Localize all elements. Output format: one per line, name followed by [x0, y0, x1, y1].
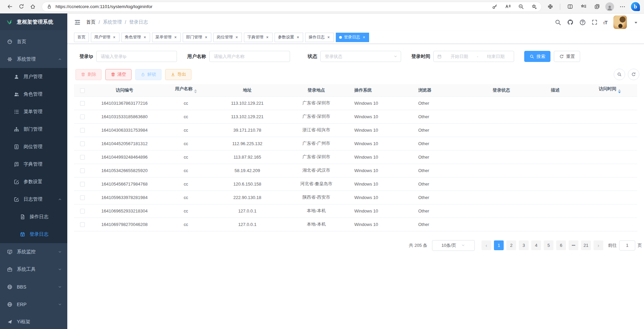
breadcrumb-item-system[interactable]: 系统管理	[103, 19, 122, 25]
sidebar-item-14[interactable]: BBS	[0, 278, 67, 296]
date-range-picker[interactable]: 开始日期 - 结束日期	[433, 51, 514, 62]
sidebar-item-6[interactable]: 岗位管理	[0, 138, 67, 156]
favorite-add-icon[interactable]	[531, 4, 537, 9]
sidebar-item-10[interactable]: 操作日志	[0, 208, 67, 226]
avatar-caret-icon[interactable]	[635, 22, 637, 25]
next-page-button[interactable]: ›	[594, 240, 603, 250]
prev-page-button[interactable]: ‹	[481, 240, 491, 250]
sidebar-item-0[interactable]: 首页	[0, 33, 67, 51]
page-button-6[interactable]: 6	[556, 240, 566, 250]
collections-icon[interactable]	[578, 1, 588, 12]
unlock-button[interactable]: 解锁	[135, 69, 162, 80]
search-icon[interactable]	[555, 19, 561, 26]
tab-close-icon[interactable]: ×	[362, 35, 366, 40]
export-button[interactable]: 导出	[165, 69, 191, 80]
sidebar-item-5[interactable]: 部门管理	[0, 121, 67, 138]
sidebar-item-12[interactable]: 系统监控	[0, 243, 67, 261]
tab-7[interactable]: 参数设置×	[275, 33, 303, 42]
row-checkbox[interactable]	[80, 209, 85, 213]
table-search-toggle-button[interactable]	[614, 69, 625, 80]
sidebar-item-3[interactable]: 角色管理	[0, 86, 67, 103]
tab-actions-icon[interactable]	[592, 1, 602, 12]
sidebar-item-16[interactable]: Yi框架	[0, 313, 67, 329]
user-avatar[interactable]	[613, 15, 627, 29]
row-checkbox[interactable]	[80, 141, 85, 146]
github-icon[interactable]	[567, 19, 574, 26]
search-button[interactable]: 搜索	[524, 51, 550, 62]
sidebar-toggle-icon[interactable]	[74, 19, 81, 26]
sidebar-item-2[interactable]: 用户管理	[0, 68, 67, 86]
page-size-select[interactable]: 10条/页	[432, 240, 475, 251]
breadcrumb-item-home[interactable]: 首页	[86, 19, 96, 25]
tab-close-icon[interactable]: ×	[296, 35, 300, 40]
row-checkbox[interactable]	[80, 168, 85, 173]
tab-9[interactable]: 登录日志×	[336, 33, 369, 42]
page-button-4[interactable]: 4	[531, 240, 541, 250]
column-header-1[interactable]: 用户名称	[158, 84, 214, 96]
sidebar-item-11[interactable]: 登录日志	[0, 226, 67, 243]
help-icon[interactable]	[579, 19, 586, 26]
home-icon[interactable]	[27, 1, 38, 12]
read-aloud-icon[interactable]	[505, 4, 511, 9]
sidebar-item-1[interactable]: 系统管理	[0, 51, 67, 68]
tab-close-icon[interactable]: ×	[112, 35, 116, 40]
page-button-5[interactable]: 5	[544, 240, 553, 250]
tab-close-icon[interactable]: ×	[204, 35, 208, 40]
fullscreen-icon[interactable]	[592, 19, 598, 25]
tab-close-icon[interactable]: ×	[265, 35, 269, 40]
tab-5[interactable]: 岗位管理×	[213, 33, 242, 42]
sidebar-item-15[interactable]: ERP	[0, 296, 67, 313]
sidebar-item-13[interactable]: 系统工具	[0, 261, 67, 278]
sidebar-item-4[interactable]: 菜单管理	[0, 103, 67, 121]
tab-close-icon[interactable]: ×	[327, 35, 330, 40]
page-button-2[interactable]: 2	[506, 240, 516, 250]
sidebar-item-9[interactable]: 日志管理	[0, 191, 67, 208]
tab-1[interactable]: 用户管理×	[91, 33, 119, 42]
row-checkbox[interactable]	[80, 155, 85, 160]
tab-0[interactable]: 首页	[74, 33, 89, 42]
address-bar[interactable]: https://ccnetcore.com:1101/system/log/lo…	[42, 2, 542, 12]
table-refresh-button[interactable]	[628, 69, 639, 80]
page-button-1[interactable]: 1	[494, 240, 504, 250]
login-ip-input[interactable]	[96, 51, 177, 62]
tab-6[interactable]: 字典管理×	[244, 33, 273, 42]
sidebar-item-7[interactable]: 字典管理	[0, 156, 67, 173]
select-all-checkbox[interactable]	[80, 88, 85, 93]
sidebar-item-8[interactable]: 参数设置	[0, 173, 67, 191]
zoom-out-icon[interactable]	[518, 4, 524, 9]
row-checkbox[interactable]	[80, 128, 85, 133]
row-checkbox[interactable]	[80, 114, 85, 119]
tab-3[interactable]: 菜单管理×	[152, 33, 181, 42]
delete-button[interactable]: 删除	[75, 69, 102, 80]
refresh-icon[interactable]	[15, 1, 27, 12]
tab-4[interactable]: 部门管理×	[183, 33, 211, 42]
clear-button[interactable]: 清空	[105, 69, 132, 80]
tab-close-icon[interactable]: ×	[143, 35, 147, 40]
goto-input[interactable]	[619, 240, 635, 251]
back-icon[interactable]	[4, 1, 15, 12]
status-select[interactable]: 登录状态	[320, 51, 401, 62]
extensions-icon[interactable]	[545, 1, 555, 12]
key-icon[interactable]	[492, 4, 498, 9]
row-checkbox[interactable]	[80, 195, 85, 200]
tab-2[interactable]: 角色管理×	[121, 33, 150, 42]
tab-close-icon[interactable]: ×	[174, 35, 177, 40]
page-button-3[interactable]: 3	[519, 240, 529, 250]
split-screen-icon[interactable]	[565, 1, 575, 12]
font-size-icon[interactable]: tT	[603, 20, 608, 25]
browser-profile-icon[interactable]	[605, 2, 614, 11]
tab-close-icon[interactable]: ×	[235, 35, 239, 40]
page-button-21[interactable]: 21	[581, 240, 591, 250]
sort-caret-icon[interactable]	[618, 88, 621, 95]
user-name-input[interactable]	[209, 51, 290, 62]
more-pages-button[interactable]: •••	[569, 240, 578, 250]
row-checkbox[interactable]	[80, 182, 85, 187]
row-checkbox[interactable]	[80, 222, 85, 227]
column-header-8[interactable]: 访问时间	[582, 84, 637, 96]
row-checkbox[interactable]	[80, 101, 85, 106]
sort-caret-icon[interactable]	[194, 88, 197, 95]
tab-8[interactable]: 操作日志×	[305, 33, 334, 42]
browser-more-icon[interactable]	[617, 1, 628, 12]
reset-button[interactable]: 重置	[554, 51, 580, 62]
bing-icon[interactable]: b	[631, 2, 640, 11]
